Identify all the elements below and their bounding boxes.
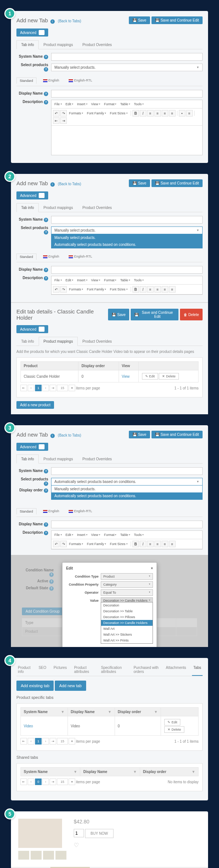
- help-icon[interactable]: i: [50, 434, 55, 438]
- help-icon[interactable]: ?: [44, 67, 48, 72]
- redo-icon[interactable]: ↷: [60, 110, 67, 117]
- tab-attachments[interactable]: Attachments: [164, 663, 188, 676]
- back-link[interactable]: (Back to Tabs): [58, 182, 81, 186]
- tab-overrides[interactable]: Product Overrides: [78, 454, 117, 464]
- wishlist-icon[interactable]: ♡: [74, 842, 114, 849]
- align-right-icon[interactable]: ≡: [162, 110, 168, 117]
- editor-file[interactable]: File▾: [53, 532, 64, 537]
- select-products-dropdown[interactable]: Automatically select products based on c…: [51, 478, 203, 486]
- save-continue-button[interactable]: 💾 Save and Continue Edit: [151, 431, 203, 438]
- pager-last[interactable]: ⇥: [50, 778, 56, 785]
- save-button[interactable]: 💾 Save: [129, 16, 150, 24]
- align-left-icon[interactable]: ≡: [147, 541, 154, 547]
- editor-table[interactable]: Table▾: [119, 278, 132, 283]
- tab-orders[interactable]: Purchased with orders: [132, 663, 160, 676]
- buy-now-button[interactable]: BUY NOW: [85, 829, 114, 838]
- dropdown-option[interactable]: Decoration >> Pillows: [101, 614, 153, 620]
- help-icon[interactable]: ?: [44, 531, 48, 535]
- font-sizes-dropdown[interactable]: Font Sizes▾: [108, 541, 129, 547]
- bold-icon[interactable]: B: [132, 110, 139, 117]
- italic-icon[interactable]: I: [140, 110, 146, 117]
- editor-file[interactable]: File▾: [53, 102, 64, 107]
- tab-mappings[interactable]: Product mappings: [39, 337, 78, 346]
- pager-next[interactable]: ›: [42, 385, 49, 391]
- add-condition-group-button[interactable]: Add Condition Group: [22, 608, 63, 615]
- align-left-icon[interactable]: ≡: [147, 110, 154, 117]
- display-name-input[interactable]: [51, 266, 203, 274]
- lang-english[interactable]: English: [40, 508, 62, 514]
- help-icon[interactable]: ?: [44, 268, 48, 272]
- system-name-input[interactable]: [51, 467, 203, 475]
- save-continue-button[interactable]: 💾 Save and Continue Edit: [151, 16, 203, 24]
- tab-info[interactable]: Tab info: [16, 337, 39, 346]
- font-sizes-dropdown[interactable]: Font Sizes▾: [108, 287, 129, 292]
- edit-button[interactable]: ✎ Edit: [164, 719, 181, 726]
- outdent-icon[interactable]: ⇤: [53, 117, 59, 124]
- filter-icon[interactable]: ▼: [133, 770, 137, 774]
- font-family-dropdown[interactable]: Font Family▾: [85, 287, 108, 292]
- add-product-button[interactable]: Add a new product: [16, 401, 54, 409]
- align-right-icon[interactable]: ≡: [162, 286, 168, 293]
- editor-tools[interactable]: Tools▾: [132, 102, 145, 107]
- help-icon[interactable]: ?: [44, 481, 48, 486]
- product-image[interactable]: [18, 819, 62, 848]
- pager-prev[interactable]: ‹: [28, 385, 34, 391]
- lang-english[interactable]: English: [40, 254, 62, 260]
- system-name-input[interactable]: [51, 216, 203, 224]
- pager-next[interactable]: ›: [42, 778, 49, 785]
- save-button[interactable]: 💾 Save: [129, 431, 150, 438]
- tab-product-attributes[interactable]: Product attributes: [73, 663, 95, 676]
- lang-standard[interactable]: Standard: [16, 254, 36, 260]
- editor-insert[interactable]: Insert▾: [76, 102, 89, 107]
- page-size[interactable]: 15: [57, 738, 68, 745]
- page-size-caret[interactable]: ▾: [69, 385, 75, 391]
- editor-insert[interactable]: Insert▾: [76, 278, 89, 283]
- pager-page[interactable]: 0: [35, 778, 42, 785]
- dropdown-option-auto[interactable]: Automatically select products based on c…: [51, 241, 202, 248]
- dropdown-option[interactable]: Decoration >> Table: [101, 608, 153, 614]
- editor-view[interactable]: View▾: [90, 102, 102, 107]
- lang-standard[interactable]: Standard: [16, 508, 36, 514]
- advanced-toggle[interactable]: Advanced: [16, 191, 48, 199]
- editor-tools[interactable]: Tools▾: [132, 278, 145, 283]
- bold-icon[interactable]: B: [132, 541, 139, 547]
- back-link[interactable]: (Back to Tabs): [58, 19, 81, 23]
- editor-tools[interactable]: Tools▾: [132, 532, 145, 537]
- editor-format[interactable]: Format▾: [103, 278, 118, 283]
- help-icon[interactable]: ?: [44, 218, 48, 222]
- italic-icon[interactable]: I: [140, 286, 146, 293]
- pager-page[interactable]: 1: [35, 738, 42, 745]
- pager-first[interactable]: ⇤: [20, 738, 27, 745]
- lang-english-rtl[interactable]: English-RTL: [66, 508, 95, 514]
- help-icon[interactable]: i: [50, 19, 55, 24]
- editor-insert[interactable]: Insert▾: [76, 532, 89, 537]
- pager-last[interactable]: ⇥: [50, 385, 56, 391]
- bullet-list-icon[interactable]: •: [179, 110, 185, 117]
- tab-mappings[interactable]: Product mappings: [39, 203, 78, 212]
- dropdown-option-auto[interactable]: Automatically select products based on c…: [51, 492, 202, 499]
- rich-text-editor[interactable]: File▾ Edit▾ Insert▾ View▾ Format▾ Table▾…: [51, 276, 203, 295]
- filter-icon[interactable]: ▼: [61, 710, 65, 714]
- tab-seo[interactable]: SEO: [37, 663, 48, 676]
- lang-english-rtl[interactable]: English-RTL: [66, 254, 95, 260]
- condition-type-select[interactable]: Product▾: [101, 573, 153, 580]
- tab-tabs[interactable]: Tabs: [192, 663, 203, 676]
- align-center-icon[interactable]: ≡: [154, 286, 161, 293]
- dropdown-option-manual[interactable]: Manually select products.: [51, 234, 202, 241]
- pager-first[interactable]: ⇤: [20, 778, 27, 785]
- dropdown-option[interactable]: Wall Art >> Stickers: [101, 632, 153, 637]
- filter-icon[interactable]: ▼: [108, 710, 112, 714]
- page-size-caret[interactable]: ▾: [69, 778, 75, 785]
- help-icon[interactable]: ?: [44, 92, 48, 96]
- editor-format[interactable]: Format▾: [103, 532, 118, 537]
- display-name-input[interactable]: [51, 521, 203, 528]
- pager-page[interactable]: 1: [35, 385, 42, 391]
- delete-button[interactable]: 🗑 Delete: [180, 309, 203, 320]
- dropdown-option[interactable]: Decoration: [101, 602, 153, 608]
- formats-dropdown[interactable]: Formats▾: [68, 287, 85, 292]
- formats-dropdown[interactable]: Formats▾: [68, 111, 85, 116]
- font-sizes-dropdown[interactable]: Font Sizes▾: [108, 111, 129, 116]
- page-size[interactable]: 15: [57, 385, 68, 391]
- align-justify-icon[interactable]: ≡: [169, 541, 176, 547]
- align-justify-icon[interactable]: ≡: [169, 110, 176, 117]
